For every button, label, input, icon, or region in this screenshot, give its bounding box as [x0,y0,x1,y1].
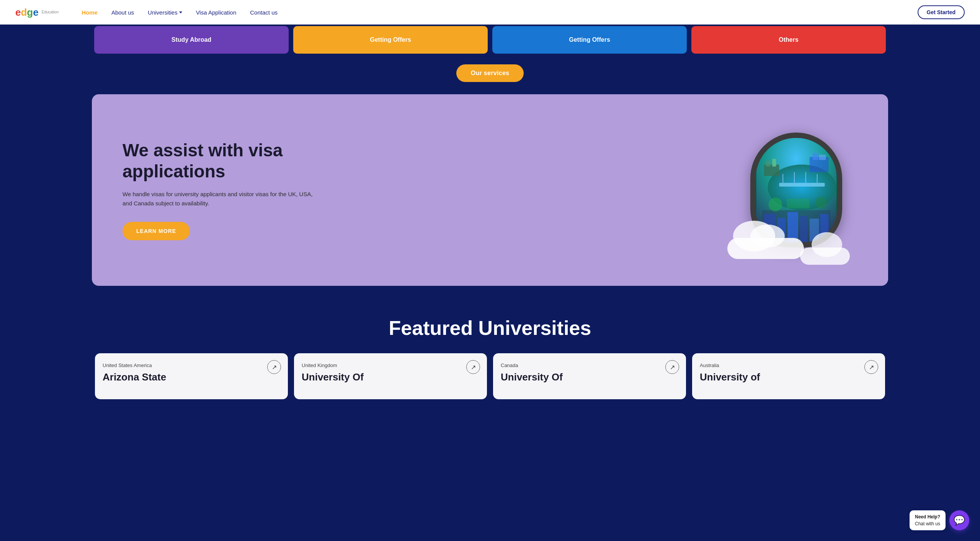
services-button-wrap: Our services [0,64,980,82]
uni-card-name-3: University of [700,371,877,383]
uni-card-arrow-3[interactable]: ↗ [864,360,878,374]
navbar: edge Education Home About us Universitie… [0,0,980,25]
uni-card-name-2: University Of [501,371,678,383]
logo-subtitle: Education [42,10,59,15]
top-card-study[interactable]: Study Abroad [94,26,289,54]
chat-with-us: Chat with us [915,520,940,527]
nav-universities[interactable]: Universities [148,9,182,16]
chat-icon-button[interactable]: 💬 [949,510,969,530]
nav-links: Home About us Universities Visa Applicat… [82,9,917,16]
get-started-button[interactable]: Get Started [918,5,965,19]
chevron-down-icon [179,11,182,13]
uni-card-country-0: United States America [103,362,280,368]
uni-card-name-0: Arizona State [103,371,280,383]
featured-section: Featured Universities ↗ United States Am… [0,309,980,399]
logo-icon: edge [15,7,39,18]
nav-about[interactable]: About us [111,9,134,16]
chat-need-help: Need Help? [915,513,940,520]
services-button[interactable]: Our services [456,64,524,82]
nav-contact[interactable]: Contact us [250,9,278,16]
chat-icon: 💬 [954,515,965,526]
uni-card-3: ↗ Australia University of [692,353,885,399]
uni-card-arrow-1[interactable]: ↗ [466,360,480,374]
uni-card-name-1: University Of [302,371,479,383]
learn-more-button[interactable]: LEARN MORE [122,222,190,240]
visa-description: We handle visas for university applicant… [122,190,322,208]
nav-home[interactable]: Home [82,9,98,16]
nav-visa[interactable]: Visa Application [196,9,237,16]
uni-card-country-3: Australia [700,362,877,368]
university-cards-row: ↗ United States America Arizona State ↗ … [0,353,980,399]
uni-card-arrow-0[interactable]: ↗ [267,360,281,374]
airplane-window [735,117,858,263]
top-card-offers2[interactable]: Getting Offers [492,26,687,54]
uni-card-1: ↗ United Kingdom University Of [294,353,487,399]
uni-card-arrow-2[interactable]: ↗ [665,360,679,374]
visa-banner: We assist with visa applications We hand… [92,94,888,286]
top-card-others[interactable]: Others [691,26,886,54]
top-cards-row: Study Abroad Getting Offers Getting Offe… [0,26,980,54]
visa-content: We assist with visa applications We hand… [122,140,322,240]
uni-card-2: ↗ Canada University Of [493,353,686,399]
visa-title: We assist with visa applications [122,140,322,182]
uni-card-0: ↗ United States America Arizona State [95,353,288,399]
logo: edge Education [15,7,59,18]
top-card-offers1[interactable]: Getting Offers [293,26,488,54]
featured-title: Featured Universities [0,316,980,339]
chat-bubble: Need Help? Chat with us [910,510,946,530]
uni-card-country-1: United Kingdom [302,362,479,368]
chat-widget: Need Help? Chat with us 💬 [910,510,969,530]
uni-card-country-2: Canada [501,362,678,368]
